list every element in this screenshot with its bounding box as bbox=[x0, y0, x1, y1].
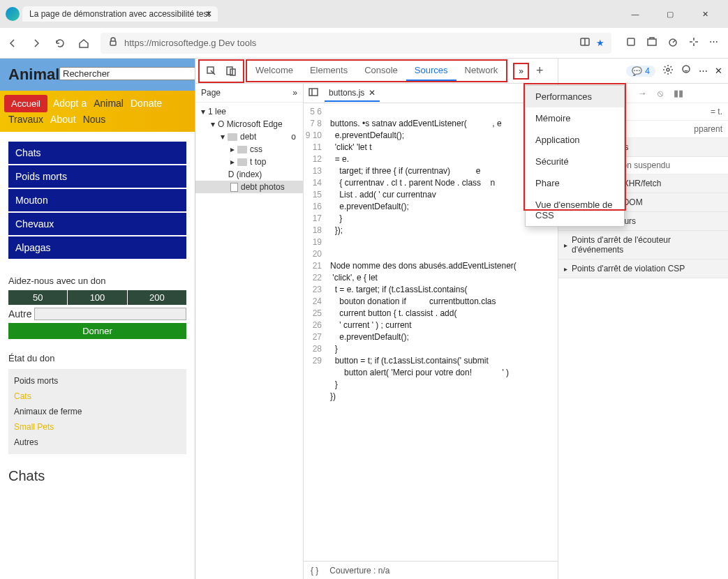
edge-logo-icon bbox=[6, 7, 20, 21]
nav-travaux[interactable]: Travaux bbox=[8, 114, 43, 125]
search-input[interactable]: Rechercher bbox=[59, 67, 195, 80]
nav-animal[interactable]: Animal bbox=[92, 95, 125, 112]
cat-item[interactable]: Poids morts bbox=[8, 165, 186, 188]
tab-elements[interactable]: Elements bbox=[302, 61, 356, 81]
cat-item[interactable]: Chats bbox=[8, 142, 186, 164]
donate-button[interactable]: Donner bbox=[8, 323, 186, 339]
cat-item[interactable]: Mouton bbox=[8, 189, 186, 211]
minimize-button[interactable]: — bbox=[625, 10, 646, 19]
tree-head-label[interactable]: Page bbox=[201, 88, 221, 98]
menu-memory[interactable]: Mémoire bbox=[526, 107, 624, 129]
status-item: Cats bbox=[14, 389, 181, 404]
tree-folder[interactable]: ▸ t top bbox=[195, 156, 303, 168]
menu-security[interactable]: Sécurité bbox=[526, 151, 624, 172]
svg-rect-8 bbox=[309, 89, 318, 96]
tree-folder[interactable]: ▾ debto bbox=[195, 130, 303, 143]
other-input[interactable] bbox=[34, 308, 186, 320]
dbg-section[interactable]: ▸Points d'arrêt de l'écouteur d'événemen… bbox=[558, 231, 728, 260]
deactivate-icon[interactable]: ⦸ bbox=[655, 88, 666, 99]
main-nav: Accueil Adopt a Animal Donate bbox=[0, 91, 195, 116]
dbg-section[interactable]: ▸Points d'arrêt de violation CSP bbox=[558, 260, 728, 278]
tree-file-selected[interactable]: debt photos bbox=[195, 181, 303, 193]
tree-more-icon[interactable]: » bbox=[292, 88, 297, 98]
reload-button[interactable] bbox=[53, 36, 67, 50]
more-icon[interactable]: ⋯ bbox=[709, 36, 718, 50]
tab-sources[interactable]: Sources bbox=[406, 61, 456, 81]
tab-title: La page de démonstration avec accessibil… bbox=[29, 9, 210, 19]
inspect-icon[interactable] bbox=[204, 63, 219, 79]
status-item: Autres bbox=[14, 435, 181, 450]
menu-cssoverview[interactable]: Vue d'ensemble de CSS bbox=[526, 194, 624, 226]
section-heading: Chats bbox=[0, 461, 195, 491]
amount-button[interactable]: 100 bbox=[68, 290, 126, 305]
close-tab-icon[interactable]: ✕ bbox=[205, 9, 212, 19]
status-title: État du don bbox=[8, 353, 186, 363]
url-text: https://microsoftedge.g Dev tools bbox=[124, 38, 574, 48]
step-next-icon[interactable]: → bbox=[637, 88, 648, 98]
kebab-icon[interactable]: ⋯ bbox=[699, 66, 708, 76]
issues-badge[interactable]: 💬 4 bbox=[626, 66, 655, 77]
forward-button bbox=[29, 36, 43, 50]
close-file-icon[interactable]: ✕ bbox=[369, 88, 376, 98]
browser-tab[interactable]: La page de démonstration avec accessibil… bbox=[22, 6, 218, 22]
nav-about[interactable]: About bbox=[50, 114, 76, 125]
settings-icon[interactable] bbox=[662, 64, 674, 77]
tree-site[interactable]: ▾ O Microsoft Edge bbox=[195, 118, 303, 130]
maximize-button[interactable]: ▢ bbox=[660, 10, 681, 19]
close-button[interactable]: ✕ bbox=[694, 10, 715, 19]
home-button[interactable] bbox=[77, 36, 91, 50]
nav-adopt[interactable]: Adopt a bbox=[52, 95, 88, 112]
tree-folder[interactable]: ▸ css bbox=[195, 143, 303, 156]
lock-icon bbox=[107, 36, 119, 50]
more-tabs-menu: Performances Mémoire Application Sécurit… bbox=[525, 85, 625, 227]
main-nav-row2: Travaux About Nous bbox=[0, 114, 195, 132]
nav-nous[interactable]: Nous bbox=[83, 114, 106, 125]
tab-console[interactable]: Console bbox=[356, 61, 406, 81]
code-content[interactable]: buttons. •s satnav addEventListener( , e… bbox=[326, 103, 558, 561]
more-tabs-button[interactable]: » bbox=[513, 63, 529, 80]
footer-braces[interactable]: { } bbox=[311, 566, 318, 576]
status-item: Small Pets bbox=[14, 419, 181, 435]
toggle-sidebar-icon[interactable] bbox=[308, 87, 319, 100]
devtools-panel: Welcome Elements Console Sources Network… bbox=[195, 59, 728, 579]
reader-icon[interactable] bbox=[579, 36, 590, 50]
sparkle-icon[interactable] bbox=[688, 36, 699, 50]
device-icon[interactable] bbox=[223, 63, 239, 79]
extension-icon[interactable] bbox=[625, 36, 637, 50]
tree-root[interactable]: ▾ 1 lee bbox=[195, 105, 303, 118]
donate-box: Aidez-nous avec un don 50 100 200 Autre … bbox=[0, 269, 195, 346]
performance-icon[interactable] bbox=[667, 36, 678, 50]
menu-performances[interactable]: Performances bbox=[526, 86, 624, 107]
tab-network[interactable]: Network bbox=[456, 61, 507, 81]
tree-file[interactable]: D (index) bbox=[195, 168, 303, 181]
url-field[interactable]: https://microsoftedge.g Dev tools ★ bbox=[101, 33, 611, 54]
cat-item[interactable]: Alpagas bbox=[8, 236, 186, 259]
other-label: Autre bbox=[8, 308, 31, 319]
feedback-icon[interactable] bbox=[681, 64, 692, 77]
footer-coverage: Couverture : n/a bbox=[329, 566, 389, 576]
file-tree-pane: Page » ▾ 1 lee ▾ O Microsoft Edge ▾ debt… bbox=[195, 84, 304, 579]
tab-welcome[interactable]: Welcome bbox=[247, 61, 302, 81]
menu-lighthouse[interactable]: Phare bbox=[526, 172, 624, 194]
svg-rect-2 bbox=[627, 38, 634, 45]
cat-item[interactable]: Chevaux bbox=[8, 213, 186, 235]
devtools-tabs: Welcome Elements Console Sources Network… bbox=[195, 59, 558, 84]
menu-application[interactable]: Application bbox=[526, 129, 624, 151]
favorite-icon[interactable]: ★ bbox=[596, 38, 604, 48]
amount-button[interactable]: 200 bbox=[128, 290, 186, 305]
editor-tab[interactable]: buttons.js ✕ bbox=[325, 85, 380, 102]
nav-donate[interactable]: Donate bbox=[129, 95, 163, 112]
page-header: Animal shelter Rechercher bbox=[0, 59, 195, 91]
close-devtools-icon[interactable]: ✕ bbox=[715, 66, 722, 76]
svg-rect-6 bbox=[227, 67, 232, 75]
inspect-tools bbox=[198, 59, 244, 83]
pause-exc-icon[interactable]: ▮▮ bbox=[673, 88, 684, 98]
back-button[interactable] bbox=[6, 36, 20, 50]
amount-button[interactable]: 50 bbox=[8, 290, 67, 305]
collections-icon[interactable] bbox=[646, 36, 658, 50]
address-bar: https://microsoftedge.g Dev tools ★ ⋯ bbox=[0, 28, 728, 59]
new-tab-button[interactable]: + bbox=[536, 63, 544, 78]
window-controls: — ▢ ✕ bbox=[625, 10, 722, 19]
nav-home[interactable]: Accueil bbox=[4, 95, 47, 112]
line-gutter: 5 6 7 8 9 10 11 12 13 14 15 16 17 18 19 … bbox=[304, 103, 326, 561]
